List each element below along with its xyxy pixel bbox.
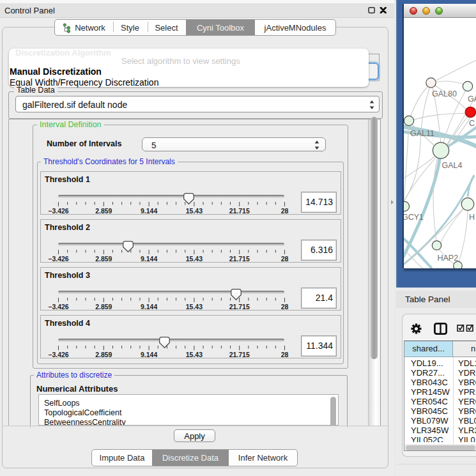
svg-text:C: C [469,119,475,128]
svg-text:GAL80: GAL80 [432,89,457,98]
svg-text:GAL4: GAL4 [442,161,463,170]
svg-text:GCY1: GCY1 [404,213,424,222]
svg-text:H: H [469,213,475,222]
svg-text:GA: GA [468,95,476,104]
svg-text:HAP2: HAP2 [438,254,459,263]
svg-text:GAL11: GAL11 [410,129,434,138]
